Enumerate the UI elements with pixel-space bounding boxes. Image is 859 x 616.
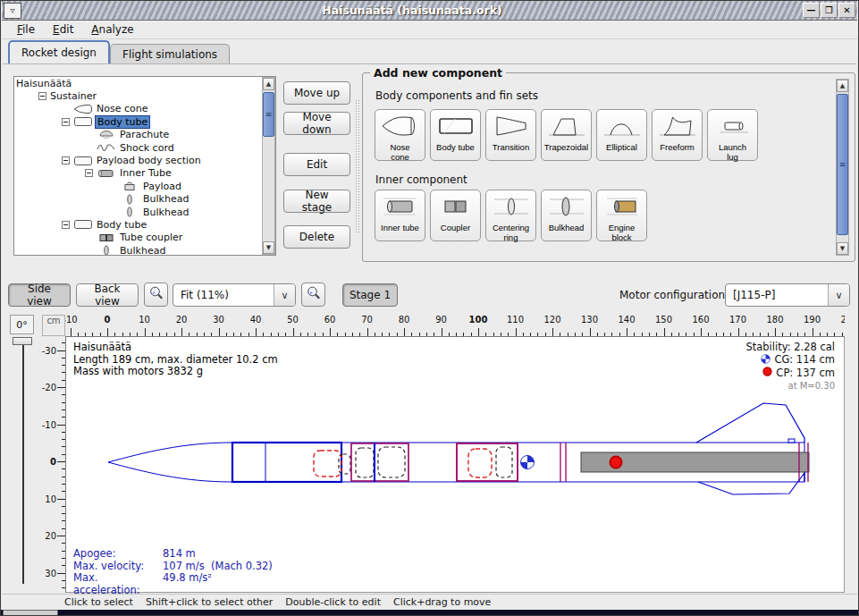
resize-grip[interactable] [3, 610, 58, 616]
inner-tube-content[interactable] [378, 447, 405, 477]
rotation-slider-track[interactable] [22, 341, 24, 584]
ruler-label: 60 [324, 315, 336, 325]
scroll-up-icon[interactable]: ▲ [263, 78, 274, 90]
elliptical-icon [602, 113, 643, 142]
new-stage-button[interactable]: New stage [283, 190, 350, 213]
add-trapezoidal-button[interactable]: Trapezoidal [541, 109, 592, 161]
add-elliptical-button[interactable]: Elliptical [596, 109, 647, 161]
tree-item-bulkhead[interactable]: Bulkhead [14, 244, 275, 256]
expander-minus-icon[interactable] [62, 118, 70, 126]
move-up-button[interactable]: Move up [283, 81, 350, 105]
launch-lug[interactable] [788, 439, 795, 443]
zoom-in-button[interactable] [301, 283, 325, 307]
parachute-outline[interactable] [314, 451, 341, 477]
ruler-label: 100 [469, 315, 488, 325]
ruler-label: 0 [105, 315, 111, 325]
tree-item-haisunäätä[interactable]: Haisunäätä [14, 77, 275, 89]
tree-item-inner-tube[interactable]: Inner Tube [14, 167, 275, 180]
tab-flight-simulations[interactable]: Flight simulations [110, 44, 230, 64]
menu-file[interactable]: File [9, 21, 43, 38]
nose-cone-shape[interactable] [108, 443, 232, 482]
fin-bottom[interactable] [698, 473, 804, 494]
ruler-label: 20 [176, 315, 188, 325]
tab-rocket-design[interactable]: Rocket design [8, 40, 110, 64]
chevron-down-icon[interactable]: ∨ [274, 284, 295, 306]
tree-item-bulkhead[interactable]: Bulkhead [14, 193, 275, 206]
tree-item-label: Haisunäätä [14, 78, 73, 89]
scroll-up-icon[interactable]: ▲ [837, 80, 848, 92]
move-down-button[interactable]: Move down [283, 112, 350, 135]
tree-item-payload-body-section[interactable]: Payload body section [14, 154, 275, 166]
minimize-button[interactable]: — [803, 3, 820, 18]
maximize-button[interactable]: ❒ [821, 3, 838, 18]
bulkhead-icon [118, 207, 141, 217]
expander-minus-icon[interactable] [62, 156, 70, 165]
add-inner-tube-button[interactable]: Inner tube [375, 190, 425, 241]
side-view-button[interactable]: Side view [8, 283, 71, 307]
close-button[interactable]: ✕ [838, 3, 855, 18]
add-engine-block-button[interactable]: Engine block [596, 190, 647, 241]
horizontal-ruler: -100102030405060708090100110120130140150… [65, 315, 845, 336]
tree-item-body-tube[interactable]: Body tube [14, 218, 275, 231]
rocket-canvas[interactable]: Haisunäätä Length 189 cm, max. diameter … [65, 336, 845, 593]
fin-top[interactable] [696, 403, 804, 443]
tree-item-bulkhead[interactable]: Bulkhead [14, 206, 275, 218]
zoom-out-button[interactable] [144, 283, 168, 307]
scroll-down-icon[interactable]: ▼ [837, 242, 848, 255]
ruler-tick [738, 328, 739, 336]
rocket-name: Haisunäätä [73, 342, 278, 354]
add-bulkhead-button[interactable]: Bulkhead [541, 190, 592, 241]
tree-item-payload[interactable]: Payload [14, 180, 275, 192]
zoom-select[interactable]: Fit (11%) ∨ [173, 283, 296, 307]
tree-item-label: Parachute [118, 129, 171, 140]
add-transition-button[interactable]: Transition [485, 109, 536, 161]
ruler-label: 20 [45, 531, 56, 541]
expander-minus-icon[interactable] [85, 169, 93, 177]
edit-button[interactable]: Edit [283, 153, 350, 176]
tree-item-nose-cone[interactable]: Nose cone [14, 103, 275, 115]
menu-analyze[interactable]: Analyze [83, 21, 141, 38]
tree-item-label: Bulkhead [141, 193, 190, 205]
expander-minus-icon[interactable] [38, 92, 46, 100]
shockcord-icon [95, 142, 118, 153]
scrollbar-thumb[interactable]: ≡ [263, 92, 274, 137]
hint-double-click: Double-click to edit [285, 596, 381, 608]
motor-configuration-select[interactable]: [J115-P] ∨ [725, 283, 850, 307]
tree-item-tube-coupler[interactable]: Tube coupler [14, 232, 275, 244]
tree-item-body-tube[interactable]: Body tube [14, 115, 275, 128]
tree-item-shock-cord[interactable]: Shock cord [14, 141, 275, 154]
tree-scrollbar[interactable]: ▲▼≡ [262, 77, 275, 255]
apogee-value: 814 m [163, 548, 196, 561]
title-bar: ▿ Haisunäätä (haisunaata.ork) — ❒ ✕ [2, 1, 857, 21]
add-body-tube-button[interactable]: Body tube [430, 109, 481, 161]
vertical-splitter[interactable] [355, 99, 361, 233]
component-panel-scrollbar[interactable]: ▲▼≡ [836, 79, 849, 256]
back-view-button[interactable]: Back view [76, 283, 139, 307]
expander-minus-icon[interactable] [62, 221, 70, 229]
ruler-tick [57, 536, 65, 536]
rotation-slider-handle[interactable] [13, 337, 32, 345]
add-freeform-button[interactable]: Freeform [652, 109, 703, 161]
parachute-outline[interactable] [468, 449, 492, 477]
scroll-down-icon[interactable]: ▼ [263, 241, 274, 254]
chevron-down-icon[interactable]: ∨ [828, 284, 849, 306]
shock-cord-outline[interactable] [496, 447, 512, 477]
ruler-label: 110 [507, 315, 524, 325]
tree-item-sustainer[interactable]: Sustainer [14, 89, 275, 102]
inner-tube-content[interactable] [356, 448, 374, 477]
add-nose-cone-button[interactable]: Nose cone [375, 109, 425, 161]
add-coupler-button[interactable]: Coupler [430, 190, 481, 241]
component-button-label: Launch lug [713, 143, 752, 163]
ruler-label: 140 [618, 315, 635, 325]
delete-button[interactable]: Delete [283, 225, 350, 249]
tree-item-parachute[interactable]: Parachute [14, 129, 275, 141]
scrollbar-thumb[interactable]: ≡ [837, 94, 848, 235]
tree-item-label: Shock cord [118, 142, 176, 154]
add-centering-ring-button[interactable]: Centering ring [485, 190, 536, 241]
menu-edit[interactable]: Edit [45, 21, 81, 38]
window-menu-icon[interactable]: ▿ [4, 3, 21, 19]
cg-marker [521, 456, 535, 469]
add-launch-lug-button[interactable]: Launch lug [707, 109, 758, 161]
stage-1-toggle[interactable]: Stage 1 [342, 283, 398, 307]
tree-item-label: Body tube [95, 115, 150, 129]
